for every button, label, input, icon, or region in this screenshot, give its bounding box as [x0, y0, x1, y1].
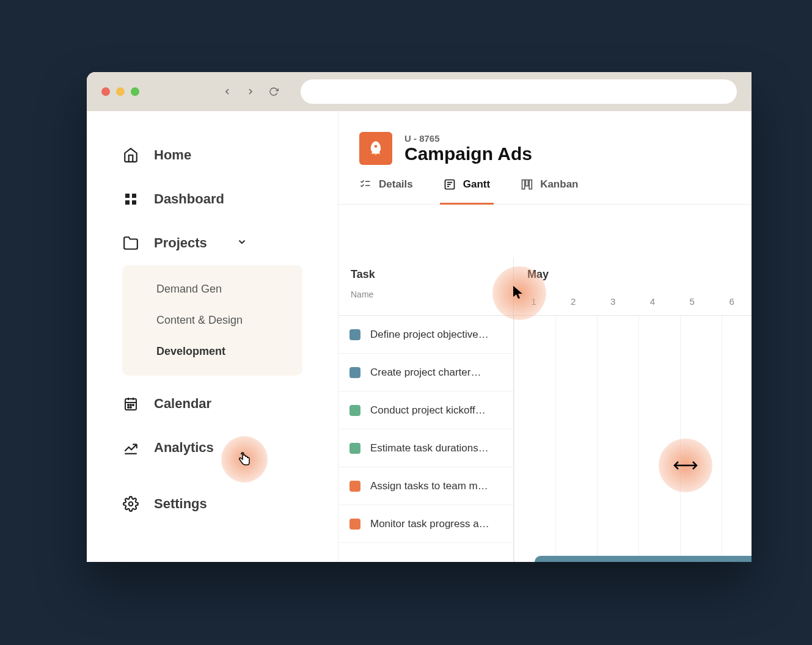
project-title: Campaign Ads	[404, 144, 532, 164]
sidebar-item-analytics[interactable]: Analytics	[122, 426, 302, 470]
forward-button[interactable]	[242, 83, 259, 100]
timeline-row	[514, 543, 752, 562]
sidebar-item-label: Home	[154, 147, 191, 163]
timeline-day-label: 4	[632, 296, 672, 307]
timeline-gridline	[722, 316, 722, 562]
sidebar-item-settings[interactable]: Settings	[122, 482, 302, 526]
sidebar-item-label: Projects	[154, 235, 207, 251]
timeline-day-label: 1	[514, 296, 554, 307]
browser-chrome	[87, 72, 752, 111]
tab-kanban[interactable]: Kanban	[521, 178, 578, 204]
sidebar-subitem-content-design[interactable]: Content & Design	[122, 305, 302, 336]
task-color-swatch	[349, 367, 360, 378]
task-name-label: Monitor task progress a…	[370, 518, 489, 530]
sidebar-subitem-development[interactable]: Development	[122, 336, 302, 367]
timeline-header: May 123456	[514, 257, 752, 316]
maximize-window-dot[interactable]	[131, 87, 139, 96]
svg-rect-2	[125, 200, 130, 205]
task-name-label: Define project objective…	[370, 329, 489, 341]
sidebar-item-home[interactable]: Home	[122, 133, 302, 177]
task-header-label: Task	[351, 268, 501, 281]
task-row[interactable]: Conduct project kickoff…	[338, 392, 513, 429]
gantt-bar[interactable]	[535, 556, 752, 563]
svg-rect-1	[132, 194, 136, 198]
task-name-label: Create project charter…	[370, 366, 481, 379]
reload-icon	[269, 87, 279, 97]
timeline-gridline	[514, 316, 514, 562]
projects-submenu: Demand Gen Content & Design Development	[122, 265, 302, 376]
timeline-day-label: 6	[712, 296, 752, 307]
close-window-dot[interactable]	[101, 87, 110, 96]
sidebar-item-label: Dashboard	[154, 191, 224, 207]
tab-label: Details	[379, 178, 413, 191]
sidebar-item-label: Analytics	[154, 440, 214, 456]
sidebar-item-projects[interactable]: Projects	[122, 221, 302, 265]
svg-rect-22	[522, 180, 525, 189]
task-row[interactable]: Create project charter…	[338, 354, 513, 392]
task-row[interactable]: Monitor task progress a…	[338, 505, 513, 543]
chevron-left-icon	[222, 87, 232, 97]
dashboard-icon	[122, 191, 139, 208]
task-name-label: Assign tasks to team m…	[370, 480, 488, 492]
sidebar-item-label: Settings	[154, 496, 207, 512]
home-icon	[122, 147, 139, 164]
task-name-label: Estimate task durations…	[370, 442, 489, 454]
timeline-day-label: 3	[593, 296, 633, 307]
sidebar-item-calendar[interactable]: Calendar	[122, 382, 302, 426]
project-badge	[359, 132, 392, 165]
task-row[interactable]: Define project objective…	[338, 316, 513, 354]
url-bar[interactable]	[301, 79, 737, 104]
timeline-day-label: 2	[554, 296, 593, 307]
sidebar-item-dashboard[interactable]: Dashboard	[122, 177, 302, 221]
timeline-gridline	[597, 316, 598, 562]
task-row[interactable]: Estimate task durations…	[338, 429, 513, 467]
svg-point-14	[129, 502, 133, 506]
spacer	[338, 205, 752, 257]
chevron-down-icon	[236, 236, 247, 250]
name-header-label: Name	[351, 290, 501, 299]
svg-rect-24	[529, 180, 532, 189]
gear-icon	[122, 495, 139, 512]
timeline-column: May 123456	[514, 257, 752, 562]
timeline-month: May	[527, 268, 738, 281]
tasks-column-header: Task Name	[338, 257, 513, 316]
task-color-swatch	[349, 405, 360, 416]
gantt-icon	[444, 178, 456, 191]
analytics-icon	[122, 439, 139, 456]
task-color-swatch	[349, 443, 360, 454]
sidebar: Home Dashboard Projects Demand Gen C	[87, 111, 338, 562]
svg-point-12	[130, 407, 131, 408]
gantt-area: Task Name Define project objective…Creat…	[338, 257, 752, 562]
timeline-day-label: 5	[672, 296, 712, 307]
task-color-swatch	[349, 481, 360, 492]
reload-button[interactable]	[265, 83, 282, 100]
back-button[interactable]	[219, 83, 236, 100]
timeline-gridline	[680, 316, 681, 562]
svg-rect-3	[132, 200, 136, 205]
task-row[interactable]: Assign tasks to team m…	[338, 467, 513, 505]
task-name-label: Conduct project kickoff…	[370, 404, 486, 417]
kanban-icon	[521, 178, 533, 191]
tab-label: Kanban	[540, 178, 578, 191]
app-window: Home Dashboard Projects Demand Gen C	[87, 72, 752, 562]
svg-rect-0	[125, 194, 130, 198]
timeline-gridline	[638, 316, 639, 562]
tab-gantt[interactable]: Gantt	[444, 178, 490, 204]
svg-point-11	[128, 407, 129, 408]
tasks-column: Task Name Define project objective…Creat…	[338, 257, 514, 562]
task-color-swatch	[349, 519, 360, 530]
view-tabs: Details Gantt Kanban	[338, 165, 752, 205]
sidebar-item-label: Calendar	[154, 396, 211, 412]
svg-point-15	[375, 145, 378, 148]
main-content: U - 8765 Campaign Ads Details Gantt Kanb…	[338, 111, 752, 562]
calendar-icon	[122, 395, 139, 412]
svg-point-10	[133, 404, 134, 406]
project-header: U - 8765 Campaign Ads	[338, 111, 752, 165]
task-color-swatch	[349, 329, 360, 340]
tab-label: Gantt	[463, 178, 490, 191]
minimize-window-dot[interactable]	[116, 87, 125, 96]
sidebar-subitem-demand-gen[interactable]: Demand Gen	[122, 274, 302, 305]
svg-point-9	[130, 404, 131, 406]
svg-rect-23	[525, 180, 528, 186]
tab-details[interactable]: Details	[359, 178, 413, 204]
